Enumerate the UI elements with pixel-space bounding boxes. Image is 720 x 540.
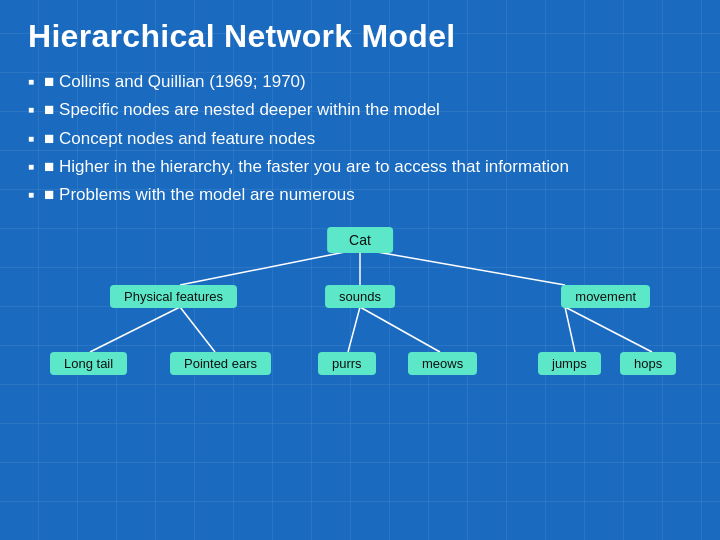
node-long-tail: Long tail <box>50 352 127 375</box>
bullet-icon-4: ■ <box>44 154 59 180</box>
bullet-text-5: Problems with the model are numerous <box>59 182 355 208</box>
node-hops: hops <box>620 352 676 375</box>
node-purrs: purrs <box>318 352 376 375</box>
bullet-icon-2: ■ <box>44 97 59 123</box>
bullet-text-3: Concept nodes and feature nodes <box>59 126 315 152</box>
svg-line-4 <box>180 307 215 352</box>
bullet-icon-5: ■ <box>44 182 59 208</box>
node-physical-label: Physical features <box>110 285 237 308</box>
svg-line-0 <box>180 249 360 285</box>
svg-line-6 <box>360 307 440 352</box>
bullet-3: ■ Concept nodes and feature nodes <box>28 126 692 152</box>
svg-line-8 <box>565 307 652 352</box>
node-cat-label: Cat <box>327 227 393 253</box>
bullet-1: ■ Collins and Quillian (1969; 1970) <box>28 69 692 95</box>
node-jumps-label: jumps <box>538 352 601 375</box>
node-sounds: sounds <box>325 285 395 308</box>
node-movement-label: movement <box>561 285 650 308</box>
node-physical-features: Physical features <box>110 285 237 308</box>
node-purrs-label: purrs <box>318 352 376 375</box>
node-long-tail-label: Long tail <box>50 352 127 375</box>
bullet-4: ■ Higher in the hierarchy, the faster yo… <box>28 154 692 180</box>
diagram-container: Cat Physical features sounds movement Lo… <box>28 227 692 412</box>
bullet-text-1: Collins and Quillian (1969; 1970) <box>59 69 306 95</box>
tree: Cat Physical features sounds movement Lo… <box>30 227 690 412</box>
svg-line-7 <box>565 307 575 352</box>
node-cat: Cat <box>327 227 393 253</box>
node-pointed-ears: Pointed ears <box>170 352 271 375</box>
bullet-list: ■ Collins and Quillian (1969; 1970) ■ Sp… <box>28 69 692 209</box>
slide-content: Hierarchical Network Model ■ Collins and… <box>0 0 720 422</box>
node-jumps: jumps <box>538 352 601 375</box>
svg-line-3 <box>90 307 180 352</box>
node-sounds-label: sounds <box>325 285 395 308</box>
node-movement: movement <box>561 285 650 308</box>
node-pointed-label: Pointed ears <box>170 352 271 375</box>
bullet-icon-3: ■ <box>44 126 59 152</box>
svg-line-5 <box>348 307 360 352</box>
svg-line-2 <box>360 249 565 285</box>
node-hops-label: hops <box>620 352 676 375</box>
tree-lines <box>30 227 690 412</box>
node-meows: meows <box>408 352 477 375</box>
bullet-text-4: Higher in the hierarchy, the faster you … <box>59 154 569 180</box>
slide-title: Hierarchical Network Model <box>28 18 692 55</box>
bullet-text-2: Specific nodes are nested deeper within … <box>59 97 440 123</box>
node-meows-label: meows <box>408 352 477 375</box>
bullet-icon-1: ■ <box>44 69 59 95</box>
bullet-2: ■ Specific nodes are nested deeper withi… <box>28 97 692 123</box>
bullet-5: ■ Problems with the model are numerous <box>28 182 692 208</box>
